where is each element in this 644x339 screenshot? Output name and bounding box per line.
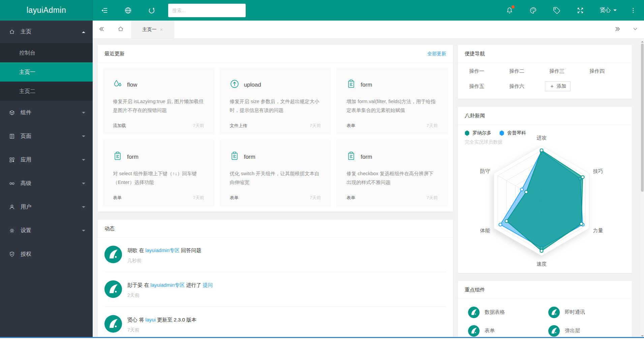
feed-text: 胡歌 在	[127, 247, 145, 253]
chart-subtitle: 完全实况球员数据	[465, 139, 502, 145]
home-icon	[117, 26, 124, 34]
refresh-icon	[148, 7, 155, 14]
card-description: 修复 checkbox 复选框组件在高分辨屏下出现的样式不雅问题	[346, 169, 438, 187]
update-card-form[interactable]: form 增加 form.val(filter, fields)方法，用于给指定…	[336, 68, 448, 134]
sidebar-item-settings[interactable]: 设置	[0, 219, 93, 242]
feed-item: 彭于晏 在 layuiadmin专区 进行了 提问 2天前	[104, 272, 446, 307]
component-link-im[interactable]: 即时通讯	[545, 303, 625, 321]
feed-text: 更新至 2.3.0 版本	[156, 317, 196, 322]
feed-link[interactable]: layui	[145, 317, 156, 322]
card-title: form	[244, 154, 255, 160]
close-icon[interactable]: ×	[160, 27, 163, 32]
avatar[interactable]	[104, 246, 122, 263]
add-button[interactable]: ＋ 添加	[545, 81, 571, 91]
card-description: 修复开启 isLazyimg:true 后, 图片懒加载但是图片不存在的报错问题	[113, 97, 204, 115]
scrollbar-thumb[interactable]	[641, 43, 644, 192]
sidebar-submenu-home: 控制台 主页一 主页二	[0, 43, 93, 101]
vertical-scrollbar[interactable]	[641, 39, 644, 339]
quick-link[interactable]: 操作二	[505, 68, 545, 74]
update-card-flow[interactable]: flow 修复开启 isLazyimg:true 后, 图片懒加载但是图片不存在…	[103, 68, 214, 134]
chevron-up-icon	[82, 30, 85, 33]
update-card-form[interactable]: form 修复 checkbox 复选框组件在高分辨屏下出现的样式不雅问题 表单…	[336, 140, 448, 207]
quick-link[interactable]: 操作一	[465, 68, 505, 74]
more-menu-button[interactable]	[624, 0, 642, 21]
sidebar-item-user[interactable]: 用户	[0, 195, 93, 219]
feed-link[interactable]: layuiadmin专区	[145, 247, 180, 253]
update-card-form[interactable]: form 对 select 组件新增上下键（↑↓）回车键（Enter）选择功能 …	[103, 140, 214, 207]
feed-link[interactable]: layuiadmin专区	[150, 282, 185, 288]
app-grid-icon	[8, 156, 15, 163]
fullscreen-button[interactable]	[569, 0, 592, 21]
app-logo[interactable]: layuiAdmin	[0, 0, 93, 21]
card-description: 对 select 组件新增上下键（↑↓）回车键（Enter）选择功能	[113, 169, 204, 187]
layui-logo-icon	[468, 307, 480, 318]
tab-homepage-one[interactable]: 主页一 ×	[131, 21, 174, 38]
feed-link[interactable]: 提问	[203, 282, 213, 288]
feed-text: 彭于晏 在	[127, 282, 150, 288]
sidebar-item-auth[interactable]: 授权	[0, 242, 93, 266]
avatar[interactable]	[104, 280, 122, 298]
sidebar-item-homepage-one[interactable]: 主页一	[0, 62, 93, 82]
sidebar-item-senior[interactable]: 高级	[0, 172, 93, 195]
component-link-form[interactable]: 表单	[465, 321, 545, 339]
component-link-layer[interactable]: 弹出层	[545, 321, 625, 339]
sidebar-item-pages[interactable]: 页面	[0, 124, 93, 148]
card-description: 增加 form.val(filter, fields)方法，用于给指定表单集合的…	[346, 97, 438, 115]
tag-button[interactable]	[545, 0, 569, 21]
legend-marker	[499, 130, 504, 136]
tab-home[interactable]	[110, 21, 131, 38]
quick-link[interactable]: 操作四	[585, 68, 625, 74]
card-tag: 表单	[230, 195, 239, 201]
tabs-menu-button[interactable]	[626, 21, 644, 38]
quick-link[interactable]: 操作六	[505, 83, 545, 90]
upload-circle-icon	[230, 79, 239, 90]
avatar[interactable]	[104, 315, 122, 333]
card-title: form	[361, 154, 372, 160]
sidebar-item-components[interactable]: 组件	[0, 101, 93, 124]
refresh-button[interactable]	[140, 0, 163, 21]
sidebar-item-apps[interactable]: 应用	[0, 148, 93, 172]
feed-text: 贤心 将	[127, 317, 145, 322]
feed-time: 2天前	[127, 292, 213, 299]
user-menu[interactable]: 贤心	[592, 0, 624, 21]
update-card-form[interactable]: form 优化 switch 开关组件，让其能根据文本自由伸缩宽 表单 7天前	[220, 140, 331, 207]
tabs-scroll-left-button[interactable]	[93, 21, 110, 38]
collapse-sidebar-button[interactable]	[93, 0, 116, 21]
sidebar-item-homepage-two[interactable]: 主页二	[0, 82, 93, 101]
card-time: 7天前	[310, 195, 321, 201]
notifications-button[interactable]	[498, 0, 521, 21]
card-time: 7天前	[427, 195, 438, 201]
clipboard-form-icon	[113, 151, 122, 162]
header-right-nav: 贤心	[498, 0, 644, 21]
home-icon	[8, 29, 15, 35]
search-input[interactable]	[168, 4, 246, 17]
card-tag: 表单	[346, 123, 355, 129]
quick-link[interactable]: 操作五	[465, 83, 505, 90]
panel-title: 八卦新闻	[465, 107, 485, 124]
language-button[interactable]	[116, 0, 140, 21]
svg-text:速度: 速度	[536, 261, 547, 267]
component-link-table[interactable]: 数据表格	[465, 303, 545, 321]
quick-link[interactable]: 操作三	[545, 68, 585, 74]
main-area: 主页一 ×	[93, 21, 644, 339]
legend-item-ronaldo[interactable]: 罗纳尔多	[465, 130, 491, 136]
update-card-upload[interactable]: upload 修复开启 size 参数后，文件超出规定大小时，提示信息有误的问题…	[220, 68, 331, 134]
panel-key-components: 重点组件 数据表格	[458, 281, 632, 339]
scroll-up-arrow-icon[interactable]	[641, 40, 644, 42]
legend-item-shevchenko[interactable]: 舍普琴科	[499, 130, 526, 136]
cube-icon	[8, 109, 15, 116]
theme-button[interactable]	[521, 0, 545, 21]
all-updates-link[interactable]: 全部更新	[427, 45, 446, 62]
chevron-down-icon	[82, 135, 85, 139]
sidebar-item-home[interactable]: 主页	[0, 21, 93, 43]
tabs-scroll-right-button[interactable]	[609, 21, 626, 38]
infinity-icon	[8, 180, 15, 187]
card-tag: 表单	[113, 195, 122, 201]
svg-text:技巧: 技巧	[593, 168, 603, 174]
tag-icon	[553, 7, 560, 14]
chart-legend: 罗纳尔多 舍普琴科	[465, 130, 526, 136]
panel-title: 便捷导航	[465, 45, 485, 62]
template-icon	[8, 133, 15, 140]
layui-admin-app: layuiAdmin	[0, 0, 644, 339]
sidebar-item-console[interactable]: 控制台	[0, 43, 93, 62]
